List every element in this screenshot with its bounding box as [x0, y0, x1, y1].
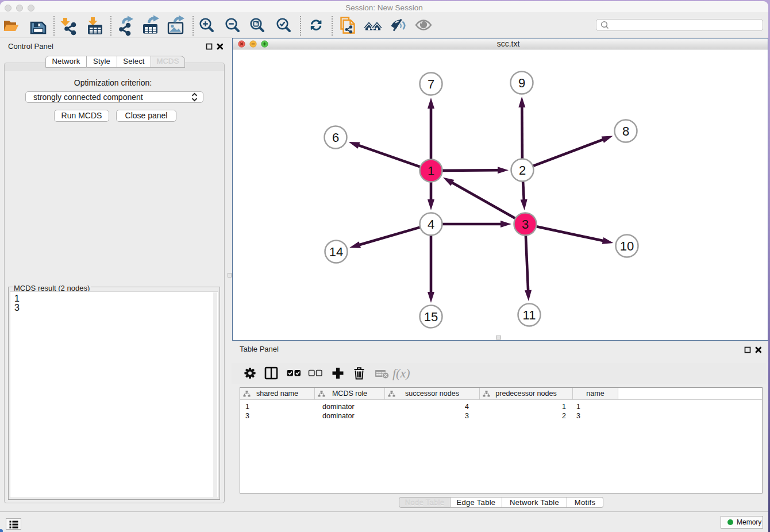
svg-text:14: 14: [329, 245, 343, 259]
svg-text:10: 10: [620, 239, 634, 253]
svg-text:3: 3: [522, 217, 529, 232]
svg-text:9: 9: [518, 76, 525, 90]
svg-text:4: 4: [428, 217, 434, 232]
svg-text:15: 15: [424, 310, 438, 324]
svg-text:8: 8: [622, 124, 629, 138]
svg-text:11: 11: [523, 308, 536, 322]
svg-text:7: 7: [428, 77, 434, 91]
svg-text:f(x): f(x): [392, 366, 410, 380]
svg-text:2: 2: [519, 163, 526, 178]
svg-text:6: 6: [332, 130, 339, 145]
svg-text:1: 1: [428, 164, 434, 178]
